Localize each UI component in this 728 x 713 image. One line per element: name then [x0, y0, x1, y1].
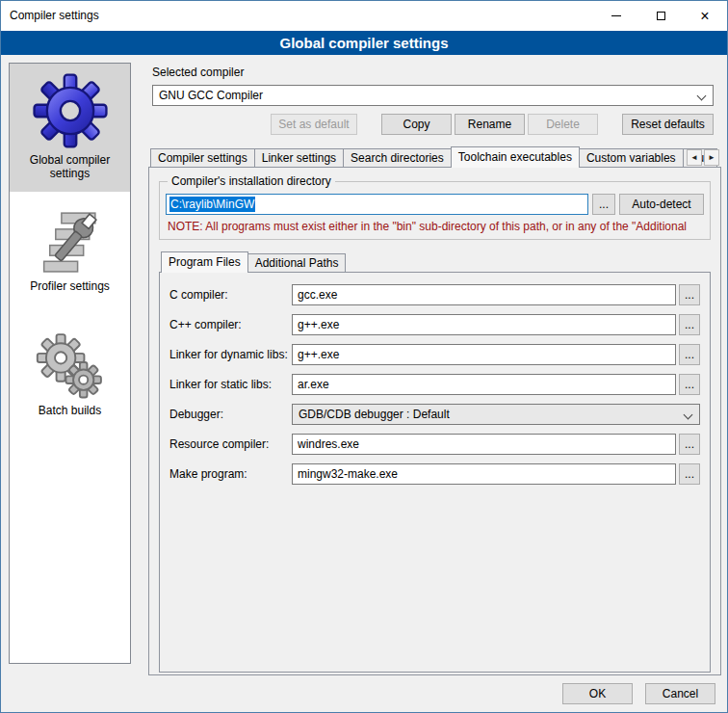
form-row: Linker for dynamic libs: ...: [169, 344, 700, 365]
resource-compiler-input[interactable]: [292, 434, 676, 455]
static-libs-linker-browse-button[interactable]: ...: [679, 374, 700, 395]
install-dir-note: NOTE: All programs must exist either in …: [168, 220, 702, 233]
title-bar: Compiler settings ×: [1, 1, 727, 31]
c-compiler-label: C compiler:: [169, 288, 292, 302]
c-compiler-browse-button[interactable]: ...: [679, 284, 700, 305]
tab-scroll-controls: ◄ ►: [687, 149, 719, 166]
make-program-input[interactable]: [292, 463, 676, 485]
dynamic-libs-linker-input[interactable]: [292, 344, 676, 365]
close-button[interactable]: ×: [683, 1, 727, 31]
dynamic-libs-linker-browse-button[interactable]: ...: [679, 344, 700, 365]
debugger-select-value: GDB/CDB debugger : Default: [299, 408, 450, 421]
batch-builds-icon: [34, 331, 107, 399]
tab-custom-variables[interactable]: Custom variables: [579, 148, 684, 167]
tab-scroll-left-button[interactable]: ◄: [687, 149, 702, 166]
chevron-down-icon: [697, 92, 707, 101]
sidebar-item-batch-builds[interactable]: Batch builds: [10, 322, 130, 429]
make-program-browse-button[interactable]: ...: [679, 463, 700, 485]
profiler-icon: [34, 207, 107, 275]
ok-button[interactable]: OK: [562, 683, 633, 704]
dialog-footer: OK Cancel: [562, 683, 715, 704]
tab-program-files[interactable]: Program Files: [161, 251, 248, 273]
maximize-button[interactable]: [638, 1, 683, 31]
program-files-panel: C compiler: ... C++ compiler: ... Linker…: [159, 272, 711, 673]
cpp-compiler-browse-button[interactable]: ...: [679, 314, 700, 335]
sidebar: Global compiler settings Profiler settin…: [9, 63, 131, 664]
close-icon: ×: [700, 9, 709, 24]
install-dir-group-label: Compiler's installation directory: [168, 174, 335, 188]
rename-button[interactable]: Rename: [455, 114, 525, 135]
chevron-down-icon: [684, 410, 693, 420]
maximize-icon: [657, 12, 665, 20]
tab-toolchain-executables[interactable]: Toolchain executables: [451, 146, 580, 168]
window-title: Compiler settings: [1, 1, 594, 31]
sidebar-item-label: Batch builds: [13, 404, 126, 417]
make-program-label: Make program:: [169, 467, 292, 481]
tab-search-directories[interactable]: Search directories: [343, 148, 452, 167]
selected-compiler-label: Selected compiler: [152, 66, 721, 79]
cancel-button[interactable]: Cancel: [645, 683, 715, 704]
set-as-default-button[interactable]: Set as default: [271, 114, 357, 135]
tab-linker-settings[interactable]: Linker settings: [254, 148, 344, 167]
toolchain-executables-panel: Compiler's installation directory C:\ray…: [148, 167, 721, 675]
install-dir-row: C:\raylib\MinGW ... Auto-detect: [166, 194, 704, 215]
resource-compiler-label: Resource compiler:: [169, 437, 292, 451]
static-libs-linker-input[interactable]: [292, 374, 676, 395]
install-dir-browse-button[interactable]: ...: [592, 194, 615, 215]
cpp-compiler-label: C++ compiler:: [169, 318, 292, 331]
sidebar-item-profiler-settings[interactable]: Profiler settings: [10, 198, 130, 304]
form-row: C compiler: ...: [169, 284, 700, 305]
copy-button[interactable]: Copy: [381, 114, 452, 135]
program-tab-bar: Program Files Additional Paths: [159, 251, 711, 272]
settings-tab-bar: Compiler settings Linker settings Search…: [148, 146, 721, 167]
delete-button[interactable]: Delete: [528, 114, 598, 135]
install-dir-value: C:\raylib\MinGW: [169, 197, 255, 212]
dialog-header: Global compiler settings: [1, 31, 727, 55]
debugger-label: Debugger:: [169, 408, 292, 421]
reset-defaults-button[interactable]: Reset defaults: [622, 114, 714, 135]
form-row: Linker for static libs: ...: [169, 374, 700, 395]
gear-icon: [28, 73, 113, 148]
c-compiler-input[interactable]: [292, 284, 676, 305]
tab-scroll-right-button[interactable]: ►: [704, 149, 719, 166]
dynamic-libs-linker-label: Linker for dynamic libs:: [169, 348, 292, 361]
static-libs-linker-label: Linker for static libs:: [169, 378, 292, 391]
compiler-settings-window: Compiler settings × Global compiler sett…: [0, 0, 728, 713]
sidebar-item-label: Global compiler settings: [13, 153, 126, 180]
minimize-button[interactable]: [594, 1, 638, 31]
resource-compiler-browse-button[interactable]: ...: [679, 434, 700, 455]
minimize-icon: [611, 15, 621, 16]
install-dir-input[interactable]: C:\raylib\MinGW: [166, 194, 588, 215]
form-row: Make program: ...: [169, 463, 700, 485]
tab-compiler-settings[interactable]: Compiler settings: [150, 148, 255, 167]
sidebar-item-global-compiler-settings[interactable]: Global compiler settings: [10, 64, 130, 192]
cpp-compiler-input[interactable]: [292, 314, 676, 335]
main-panel: Selected compiler GNU GCC Compiler Set a…: [148, 63, 721, 675]
compiler-actions: Set as default Copy Rename Delete Reset …: [152, 114, 714, 135]
compiler-select-value: GNU GCC Compiler: [159, 89, 263, 102]
sidebar-item-label: Profiler settings: [13, 279, 126, 293]
form-row: Debugger: GDB/CDB debugger : Default: [169, 404, 700, 425]
compiler-select[interactable]: GNU GCC Compiler: [152, 85, 714, 106]
form-row: Resource compiler: ...: [169, 434, 700, 455]
auto-detect-button[interactable]: Auto-detect: [619, 194, 704, 215]
debugger-select[interactable]: GDB/CDB debugger : Default: [292, 404, 700, 425]
tab-additional-paths[interactable]: Additional Paths: [247, 253, 347, 272]
form-row: C++ compiler: ...: [169, 314, 700, 335]
installation-directory-group: Compiler's installation directory C:\ray…: [159, 181, 711, 240]
